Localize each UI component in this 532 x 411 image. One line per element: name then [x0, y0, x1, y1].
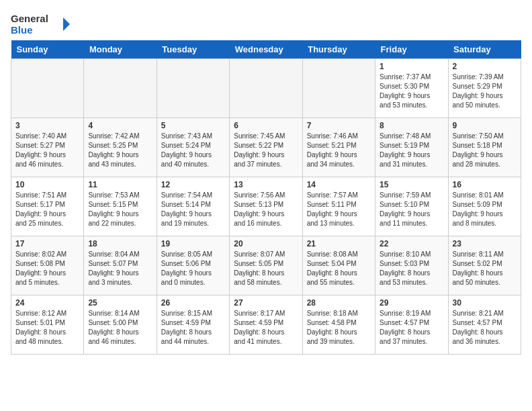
calendar-cell [302, 59, 375, 118]
calendar-cell: 23Sunrise: 8:11 AM Sunset: 5:02 PM Dayli… [448, 236, 521, 295]
day-number: 11 [88, 180, 152, 189]
weekday-header-row: SundayMondayTuesdayWednesdayThursdayFrid… [11, 40, 521, 59]
calendar-cell: 25Sunrise: 8:14 AM Sunset: 5:00 PM Dayli… [84, 295, 157, 355]
day-info: Sunrise: 8:21 AM Sunset: 4:57 PM Dayligh… [453, 309, 517, 347]
week-row-4: 17Sunrise: 8:02 AM Sunset: 5:08 PM Dayli… [11, 236, 521, 295]
calendar-cell: 24Sunrise: 8:12 AM Sunset: 5:01 PM Dayli… [11, 295, 84, 355]
day-info: Sunrise: 8:11 AM Sunset: 5:02 PM Dayligh… [453, 250, 517, 287]
day-number: 9 [453, 121, 517, 130]
day-number: 28 [307, 298, 371, 308]
calendar-cell: 7Sunrise: 7:46 AM Sunset: 5:21 PM Daylig… [302, 118, 375, 177]
day-number: 30 [453, 298, 517, 308]
page-header: General Blue [11, 11, 521, 38]
day-number: 20 [234, 239, 298, 248]
day-number: 24 [15, 298, 79, 308]
day-info: Sunrise: 8:17 AM Sunset: 4:59 PM Dayligh… [234, 309, 298, 347]
day-number: 29 [380, 298, 443, 308]
calendar-table: SundayMondayTuesdayWednesdayThursdayFrid… [11, 40, 521, 355]
day-number: 25 [88, 298, 152, 308]
day-info: Sunrise: 7:45 AM Sunset: 5:22 PM Dayligh… [234, 132, 298, 169]
day-info: Sunrise: 7:51 AM Sunset: 5:17 PM Dayligh… [15, 191, 79, 228]
weekday-header-monday: Monday [84, 40, 157, 59]
day-number: 26 [161, 298, 225, 308]
day-info: Sunrise: 8:07 AM Sunset: 5:05 PM Dayligh… [234, 250, 298, 287]
day-info: Sunrise: 8:18 AM Sunset: 4:58 PM Dayligh… [307, 309, 371, 347]
day-info: Sunrise: 8:02 AM Sunset: 5:08 PM Dayligh… [15, 250, 79, 287]
day-info: Sunrise: 7:56 AM Sunset: 5:13 PM Dayligh… [234, 191, 298, 228]
day-info: Sunrise: 7:37 AM Sunset: 5:30 PM Dayligh… [380, 73, 443, 110]
calendar-cell: 21Sunrise: 8:08 AM Sunset: 5:04 PM Dayli… [302, 236, 375, 295]
day-info: Sunrise: 7:53 AM Sunset: 5:15 PM Dayligh… [88, 191, 152, 228]
calendar-cell: 12Sunrise: 7:54 AM Sunset: 5:14 PM Dayli… [157, 177, 229, 236]
calendar-cell: 13Sunrise: 7:56 AM Sunset: 5:13 PM Dayli… [230, 177, 302, 236]
calendar-cell: 8Sunrise: 7:48 AM Sunset: 5:19 PM Daylig… [375, 118, 448, 177]
day-info: Sunrise: 7:54 AM Sunset: 5:14 PM Dayligh… [161, 191, 225, 228]
logo: General Blue [11, 11, 71, 38]
calendar-cell: 14Sunrise: 7:57 AM Sunset: 5:11 PM Dayli… [302, 177, 375, 236]
calendar-cell: 17Sunrise: 8:02 AM Sunset: 5:08 PM Dayli… [11, 236, 84, 295]
day-info: Sunrise: 8:04 AM Sunset: 5:07 PM Dayligh… [88, 250, 152, 287]
day-info: Sunrise: 8:05 AM Sunset: 5:06 PM Dayligh… [161, 250, 225, 287]
day-number: 14 [307, 180, 371, 189]
day-info: Sunrise: 7:43 AM Sunset: 5:24 PM Dayligh… [161, 132, 225, 169]
day-info: Sunrise: 8:10 AM Sunset: 5:03 PM Dayligh… [380, 250, 443, 287]
day-number: 17 [15, 239, 79, 248]
calendar-cell [11, 59, 84, 118]
svg-text:Blue: Blue [11, 24, 33, 36]
weekday-header-tuesday: Tuesday [157, 40, 229, 59]
day-number: 5 [161, 121, 225, 130]
calendar-cell: 1Sunrise: 7:37 AM Sunset: 5:30 PM Daylig… [375, 59, 448, 118]
day-info: Sunrise: 7:48 AM Sunset: 5:19 PM Dayligh… [380, 132, 443, 169]
day-info: Sunrise: 7:46 AM Sunset: 5:21 PM Dayligh… [307, 132, 371, 169]
day-number: 10 [15, 180, 79, 189]
day-info: Sunrise: 7:39 AM Sunset: 5:29 PM Dayligh… [453, 73, 517, 110]
day-info: Sunrise: 8:01 AM Sunset: 5:09 PM Dayligh… [453, 191, 517, 228]
day-number: 22 [380, 239, 443, 248]
day-number: 6 [234, 121, 298, 130]
calendar-cell: 4Sunrise: 7:42 AM Sunset: 5:25 PM Daylig… [84, 118, 157, 177]
day-number: 23 [453, 239, 517, 248]
calendar-cell: 11Sunrise: 7:53 AM Sunset: 5:15 PM Dayli… [84, 177, 157, 236]
day-info: Sunrise: 8:15 AM Sunset: 4:59 PM Dayligh… [161, 309, 225, 347]
day-number: 7 [307, 121, 371, 130]
calendar-cell: 29Sunrise: 8:19 AM Sunset: 4:57 PM Dayli… [375, 295, 448, 355]
calendar-cell: 6Sunrise: 7:45 AM Sunset: 5:22 PM Daylig… [230, 118, 302, 177]
day-info: Sunrise: 8:08 AM Sunset: 5:04 PM Dayligh… [307, 250, 371, 287]
day-number: 27 [234, 298, 298, 308]
weekday-header-thursday: Thursday [302, 40, 375, 59]
calendar-cell: 20Sunrise: 8:07 AM Sunset: 5:05 PM Dayli… [230, 236, 302, 295]
day-info: Sunrise: 7:42 AM Sunset: 5:25 PM Dayligh… [88, 132, 152, 169]
day-info: Sunrise: 7:40 AM Sunset: 5:27 PM Dayligh… [15, 132, 79, 169]
day-info: Sunrise: 7:57 AM Sunset: 5:11 PM Dayligh… [307, 191, 371, 228]
weekday-header-saturday: Saturday [448, 40, 521, 59]
day-info: Sunrise: 8:12 AM Sunset: 5:01 PM Dayligh… [15, 309, 79, 347]
day-number: 18 [88, 239, 152, 248]
calendar-cell: 9Sunrise: 7:50 AM Sunset: 5:18 PM Daylig… [448, 118, 521, 177]
calendar-cell: 10Sunrise: 7:51 AM Sunset: 5:17 PM Dayli… [11, 177, 84, 236]
day-number: 16 [453, 180, 517, 189]
logo-svg: General Blue [11, 11, 71, 38]
week-row-3: 10Sunrise: 7:51 AM Sunset: 5:17 PM Dayli… [11, 177, 521, 236]
calendar-cell: 16Sunrise: 8:01 AM Sunset: 5:09 PM Dayli… [448, 177, 521, 236]
day-number: 2 [453, 62, 517, 71]
weekday-header-wednesday: Wednesday [230, 40, 302, 59]
calendar-cell: 27Sunrise: 8:17 AM Sunset: 4:59 PM Dayli… [230, 295, 302, 355]
calendar-cell: 2Sunrise: 7:39 AM Sunset: 5:29 PM Daylig… [448, 59, 521, 118]
weekday-header-sunday: Sunday [11, 40, 84, 59]
day-number: 12 [161, 180, 225, 189]
calendar-cell: 3Sunrise: 7:40 AM Sunset: 5:27 PM Daylig… [11, 118, 84, 177]
svg-marker-2 [63, 17, 70, 31]
day-number: 13 [234, 180, 298, 189]
day-number: 15 [380, 180, 443, 189]
calendar-cell: 15Sunrise: 7:59 AM Sunset: 5:10 PM Dayli… [375, 177, 448, 236]
calendar-cell [230, 59, 302, 118]
day-number: 19 [161, 239, 225, 248]
weekday-header-friday: Friday [375, 40, 448, 59]
week-row-2: 3Sunrise: 7:40 AM Sunset: 5:27 PM Daylig… [11, 118, 521, 177]
day-number: 8 [380, 121, 443, 130]
week-row-1: 1Sunrise: 7:37 AM Sunset: 5:30 PM Daylig… [11, 59, 521, 118]
day-info: Sunrise: 8:19 AM Sunset: 4:57 PM Dayligh… [380, 309, 443, 347]
day-number: 1 [380, 62, 443, 71]
week-row-5: 24Sunrise: 8:12 AM Sunset: 5:01 PM Dayli… [11, 295, 521, 355]
day-number: 4 [88, 121, 152, 130]
